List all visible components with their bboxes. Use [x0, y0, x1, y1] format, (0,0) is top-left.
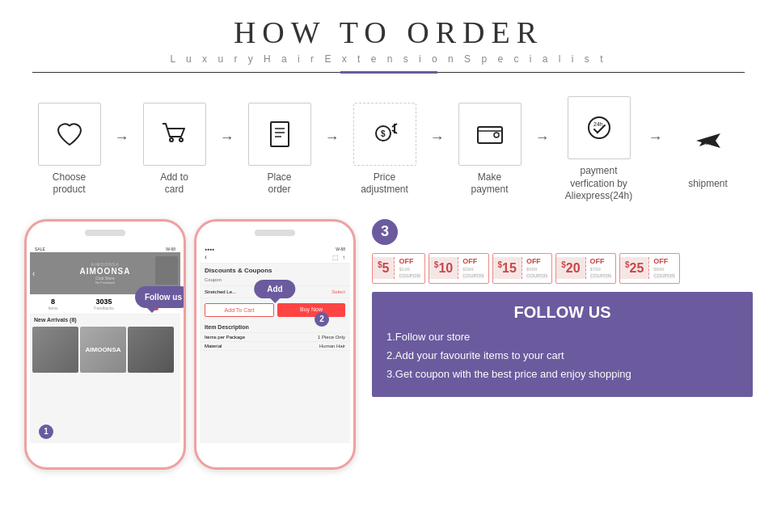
- step-icon-price-adjustment: $: [353, 103, 416, 166]
- coupon-amount-5: $25: [620, 257, 649, 279]
- coupon-strip: $5 OFF $199 COUPON $10 OFF $399 COUPON $…: [372, 253, 753, 284]
- arrow-1: →: [115, 129, 129, 146]
- divider-accent: [340, 71, 437, 74]
- follow-us-bubble: Follow us: [135, 286, 186, 308]
- svg-text:24h: 24h: [593, 121, 603, 127]
- product-thumb-2: AIMOONSA: [80, 327, 126, 373]
- page-subtitle: L u x u r y H a i r E x t e n s i o n S …: [0, 53, 777, 65]
- right-panel: 3 $5 OFF $199 COUPON $10 OFF $399 COUPON: [372, 219, 753, 470]
- phone2-buy-now-btn[interactable]: Buy Now: [277, 303, 345, 317]
- phone1-status-bar: SALEW-68: [30, 246, 180, 252]
- circle-badge-2: 2: [315, 312, 329, 327]
- bottom-section: SALEW-68 ‹ AIMOONSA AIMOONSA Club Store …: [0, 211, 777, 470]
- svg-point-12: [494, 133, 499, 137]
- step3-badge: 3: [372, 219, 753, 245]
- step-label-choose-product: Chooseproduct: [53, 171, 86, 196]
- svg-point-14: [589, 117, 610, 138]
- step-icon-shipment: [677, 109, 740, 172]
- svg-point-1: [179, 138, 183, 141]
- price-icon: $: [366, 116, 403, 153]
- step-choose-product: Chooseproduct: [26, 103, 113, 196]
- step-label-make-payment: Makepayment: [471, 171, 508, 196]
- coupon-details-2: OFF $399 COUPON: [458, 255, 488, 281]
- page-title: HOW TO ORDER: [0, 15, 777, 50]
- step-place-order: Placeorder: [236, 103, 323, 196]
- product-thumb-3: [128, 327, 174, 373]
- coupon-item-4: $20 OFF $799 COUPON: [555, 253, 616, 284]
- arrow-2: →: [220, 129, 234, 146]
- coupon-item-3: $15 OFF $599 COUPON: [492, 253, 553, 284]
- step3-circle: 3: [372, 219, 398, 245]
- phone1-screen: SALEW-68 ‹ AIMOONSA AIMOONSA Club Store …: [30, 246, 180, 443]
- arrow-4: →: [430, 129, 445, 146]
- follow-us-item-2: 2.Add your favourite items to your cart: [386, 348, 738, 363]
- svg-point-0: [170, 138, 173, 141]
- phone2-desc-row-2: Material Human Hair: [200, 342, 350, 351]
- heart-icon: [51, 116, 88, 153]
- step-label-payment-verification: paymentverfication byAliexpress(24h): [565, 165, 632, 203]
- step-icon-choose-product: [38, 103, 101, 166]
- add-bubble: Add: [254, 280, 295, 298]
- phone2-mockup: ●●●●W-68 ‹ ⬚ ↑ Discounts & Coupons Coupo…: [194, 219, 356, 470]
- phones-area: SALEW-68 ‹ AIMOONSA AIMOONSA Club Store …: [24, 219, 356, 470]
- step-icon-add-to-card: [143, 103, 206, 166]
- svg-text:$: $: [381, 129, 386, 138]
- phone2-desc-row-1: Items per Package 1 Piece Only: [200, 333, 350, 342]
- step-payment-verification: 24h paymentverfication byAliexpress(24h): [551, 96, 647, 203]
- coupon-item-1: $5 OFF $199 COUPON: [372, 253, 425, 284]
- step-icon-place-order: [248, 103, 311, 166]
- phone1-avatar: [155, 256, 178, 285]
- header-divider: [32, 71, 745, 74]
- step-shipment: shipment: [665, 109, 752, 191]
- phone1-back-btn: ‹: [32, 268, 35, 277]
- step-make-payment: Makepayment: [446, 103, 534, 196]
- coupon-amount-1: $5: [373, 257, 395, 279]
- phone2-add-to-cart-btn[interactable]: Add To Cart: [205, 303, 274, 317]
- step-label-place-order: Placeorder: [267, 171, 291, 196]
- phone2-screen: ●●●●W-68 ‹ ⬚ ↑ Discounts & Coupons Coupo…: [200, 246, 350, 443]
- arrow-6: →: [648, 129, 663, 146]
- coupon-details-1: OFF $199 COUPON: [395, 255, 424, 281]
- follow-us-box: FOLLOW US 1.Follow our store 2.Add your …: [372, 292, 753, 398]
- phone1-stat-feedbacks: 3035: [94, 298, 113, 306]
- wallet-icon: [471, 116, 509, 153]
- coupon-details-5: OFF $999 COUPON: [649, 255, 678, 281]
- coupon-details-3: OFF $599 COUPON: [522, 255, 551, 281]
- circle-badge-1: 1: [39, 424, 53, 439]
- step-icon-payment-verification: 24h: [568, 96, 631, 159]
- page-header: HOW TO ORDER L u x u r y H a i r E x t e…: [0, 0, 777, 78]
- phone1-stat-items: 8: [48, 298, 57, 306]
- arrow-3: →: [325, 129, 340, 146]
- phone1-products: AIMOONSA: [30, 325, 180, 374]
- step-price-adjustment: $ Priceadjustment: [341, 103, 429, 196]
- follow-us-item-3: 3.Get coupon with the best price and enj…: [386, 367, 738, 382]
- divider-line-left: [32, 72, 340, 73]
- coupon-details-4: OFF $799 COUPON: [586, 255, 615, 281]
- plane-icon: [690, 122, 727, 159]
- phone2-nav-bar: ‹ ⬚ ↑: [200, 252, 350, 264]
- phone1-new-arrivals-label: New Arrivals (8): [30, 315, 180, 325]
- phone1-mockup: SALEW-68 ‹ AIMOONSA AIMOONSA Club Store …: [24, 219, 186, 470]
- steps-row: Chooseproduct → Add tocard → Placeorder …: [0, 78, 777, 211]
- svg-rect-2: [271, 122, 289, 146]
- phone1-store-name: AIMOONSA: [80, 267, 131, 276]
- step-icon-make-payment: [458, 103, 522, 166]
- follow-us-title: FOLLOW US: [386, 303, 738, 322]
- coupon-amount-2: $10: [429, 257, 458, 279]
- divider-line-right: [437, 72, 745, 73]
- coupon-item-2: $10 OFF $399 COUPON: [429, 253, 489, 284]
- coupon-amount-4: $20: [556, 257, 585, 279]
- coupon-item-5: $25 OFF $999 COUPON: [619, 253, 680, 284]
- clock-check-icon: 24h: [581, 109, 618, 146]
- document-icon: [261, 116, 298, 153]
- coupon-amount-3: $15: [493, 257, 522, 279]
- product-thumb-1: [32, 327, 78, 373]
- step-label-price-adjustment: Priceadjustment: [361, 171, 408, 196]
- phone2-discounts-title: Discounts & Coupons: [200, 264, 350, 276]
- cart-icon: [156, 116, 193, 153]
- follow-us-item-1: 1.Follow our store: [386, 330, 738, 344]
- arrow-5: →: [535, 129, 550, 146]
- phone2-status-bar: ●●●●W-68: [200, 246, 350, 252]
- step-add-to-card: Add tocard: [131, 103, 218, 196]
- step-label-shipment: shipment: [688, 178, 728, 191]
